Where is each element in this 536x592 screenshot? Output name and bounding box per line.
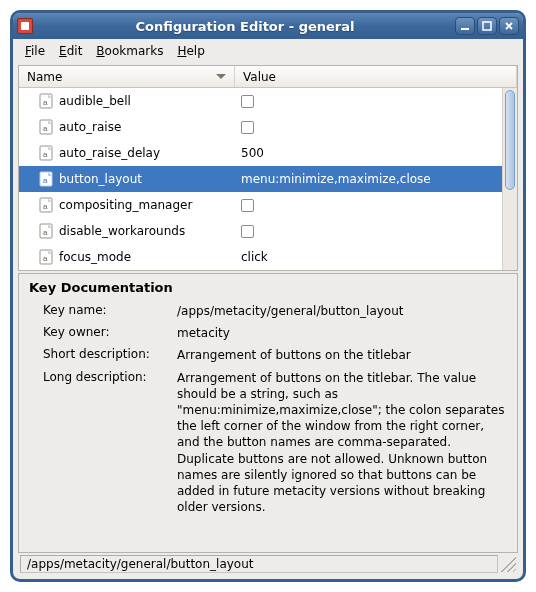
- titlebar[interactable]: Configuration Editor - general: [13, 13, 523, 39]
- key-icon: a: [39, 223, 53, 239]
- svg-text:a: a: [43, 176, 48, 185]
- status-path-text: /apps/metacity/general/button_layout: [27, 557, 254, 571]
- doc-table: Key name: /apps/metacity/general/button_…: [29, 303, 507, 515]
- resize-grip-icon[interactable]: [500, 556, 516, 572]
- maximize-button[interactable]: [477, 17, 497, 35]
- cell-name: a compositing_manager: [39, 197, 235, 213]
- list-row[interactable]: a audible_bell: [19, 88, 517, 114]
- menu-help-rest: elp: [186, 44, 204, 58]
- status-path: /apps/metacity/general/button_layout: [20, 555, 498, 573]
- cell-name: a auto_raise_delay: [39, 145, 235, 161]
- list-header: Name Value: [19, 66, 517, 88]
- list-row[interactable]: a auto_raise_delay500: [19, 140, 517, 166]
- cell-value: menu:minimize,maximize,close: [235, 172, 517, 186]
- cell-value: [235, 121, 517, 134]
- key-icon: a: [39, 145, 53, 161]
- checkbox[interactable]: [241, 225, 254, 238]
- minimize-button[interactable]: [455, 17, 475, 35]
- scrollbar-thumb[interactable]: [505, 90, 515, 190]
- content-area: Name Value a audible_bell a auto_raise a…: [13, 63, 523, 579]
- row-name-label: compositing_manager: [59, 198, 192, 212]
- window-title: Configuration Editor - general: [37, 19, 453, 34]
- doc-label-longdesc: Long description:: [43, 370, 173, 516]
- doc-value-shortdesc: Arrangement of buttons on the titlebar: [177, 347, 507, 363]
- svg-text:a: a: [43, 254, 48, 263]
- svg-rect-0: [461, 28, 469, 30]
- doc-label-shortdesc: Short description:: [43, 347, 173, 363]
- key-icon: a: [39, 93, 53, 109]
- list-row[interactable]: a disable_workarounds: [19, 218, 517, 244]
- doc-value-keyname: /apps/metacity/general/button_layout: [177, 303, 507, 319]
- checkbox[interactable]: [241, 121, 254, 134]
- menu-bookmarks-rest: ookmarks: [105, 44, 164, 58]
- list-row[interactable]: a compositing_manager: [19, 192, 517, 218]
- doc-label-keyowner: Key owner:: [43, 325, 173, 341]
- close-button[interactable]: [499, 17, 519, 35]
- row-value-label: click: [241, 250, 268, 264]
- cell-value: click: [235, 250, 517, 264]
- key-icon: a: [39, 249, 53, 265]
- row-name-label: audible_bell: [59, 94, 131, 108]
- key-icon: a: [39, 119, 53, 135]
- doc-heading: Key Documentation: [29, 280, 507, 295]
- cell-name: a auto_raise: [39, 119, 235, 135]
- svg-text:a: a: [43, 150, 48, 159]
- column-header-name-label: Name: [27, 70, 62, 84]
- row-name-label: auto_raise: [59, 120, 121, 134]
- row-name-label: button_layout: [59, 172, 142, 186]
- doc-value-keyowner: metacity: [177, 325, 507, 341]
- menu-edit-rest: dit: [67, 44, 83, 58]
- column-header-name[interactable]: Name: [19, 66, 235, 87]
- cell-name: a disable_workarounds: [39, 223, 235, 239]
- list-row[interactable]: a auto_raise: [19, 114, 517, 140]
- svg-rect-1: [483, 22, 491, 30]
- key-icon: a: [39, 171, 53, 187]
- cell-value: [235, 95, 517, 108]
- svg-text:a: a: [43, 228, 48, 237]
- list-scrollbar[interactable]: [502, 88, 517, 270]
- cell-value: [235, 225, 517, 238]
- cell-name: a button_layout: [39, 171, 235, 187]
- window: Configuration Editor - general File Edit…: [10, 10, 526, 582]
- row-name-label: focus_mode: [59, 250, 131, 264]
- row-value-label: menu:minimize,maximize,close: [241, 172, 431, 186]
- menu-help[interactable]: Help: [171, 42, 210, 60]
- row-value-label: 500: [241, 146, 264, 160]
- statusbar: /apps/metacity/general/button_layout: [18, 553, 518, 575]
- svg-text:a: a: [43, 202, 48, 211]
- cell-name: a audible_bell: [39, 93, 235, 109]
- sort-indicator-icon: [216, 74, 226, 79]
- list-row[interactable]: a focus_modeclick: [19, 244, 517, 270]
- doc-label-keyname: Key name:: [43, 303, 173, 319]
- list-body[interactable]: a audible_bell a auto_raise a auto_raise…: [19, 88, 517, 270]
- app-icon: [17, 18, 33, 34]
- cell-value: [235, 199, 517, 212]
- row-name-label: auto_raise_delay: [59, 146, 160, 160]
- cell-value: 500: [235, 146, 517, 160]
- menu-file[interactable]: File: [19, 42, 51, 60]
- checkbox[interactable]: [241, 95, 254, 108]
- menu-edit[interactable]: Edit: [53, 42, 88, 60]
- menubar: File Edit Bookmarks Help: [13, 39, 523, 63]
- checkbox[interactable]: [241, 199, 254, 212]
- svg-text:a: a: [43, 98, 48, 107]
- menu-bookmarks[interactable]: Bookmarks: [90, 42, 169, 60]
- svg-text:a: a: [43, 124, 48, 133]
- doc-value-longdesc: Arrangement of buttons on the titlebar. …: [177, 370, 507, 516]
- column-header-value-label: Value: [243, 70, 276, 84]
- key-list: Name Value a audible_bell a auto_raise a…: [18, 65, 518, 271]
- menu-file-rest: ile: [31, 44, 45, 58]
- row-name-label: disable_workarounds: [59, 224, 185, 238]
- column-header-value[interactable]: Value: [235, 66, 517, 87]
- key-icon: a: [39, 197, 53, 213]
- cell-name: a focus_mode: [39, 249, 235, 265]
- list-row[interactable]: a button_layoutmenu:minimize,maximize,cl…: [19, 166, 517, 192]
- documentation-panel: Key Documentation Key name: /apps/metaci…: [18, 273, 518, 553]
